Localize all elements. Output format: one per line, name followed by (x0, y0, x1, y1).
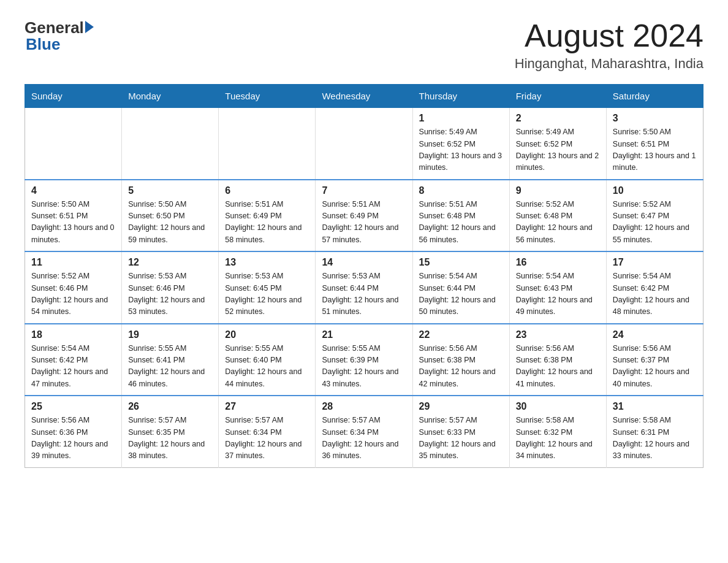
day-number: 3 (613, 113, 697, 124)
day-info: Sunrise: 5:52 AM Sunset: 6:48 PM Dayligh… (516, 199, 600, 247)
header-cell-friday: Friday (509, 85, 606, 108)
day-info: Sunrise: 5:49 AM Sunset: 6:52 PM Dayligh… (516, 126, 600, 174)
week-row-3: 11Sunrise: 5:52 AM Sunset: 6:46 PM Dayli… (25, 251, 703, 324)
day-info: Sunrise: 5:58 AM Sunset: 6:31 PM Dayligh… (613, 415, 697, 462)
day-info: Sunrise: 5:55 AM Sunset: 6:39 PM Dayligh… (322, 343, 406, 391)
day-info: Sunrise: 5:53 AM Sunset: 6:46 PM Dayligh… (128, 270, 212, 318)
day-number: 11 (31, 257, 115, 268)
day-number: 1 (419, 113, 503, 124)
day-number: 29 (419, 401, 503, 412)
day-number: 27 (225, 401, 309, 412)
day-info: Sunrise: 5:52 AM Sunset: 6:46 PM Dayligh… (31, 270, 115, 318)
day-info: Sunrise: 5:50 AM Sunset: 6:51 PM Dayligh… (31, 199, 115, 247)
day-number: 10 (613, 185, 697, 196)
day-cell: 30Sunrise: 5:58 AM Sunset: 6:32 PM Dayli… (509, 396, 606, 467)
day-number: 17 (613, 257, 697, 268)
day-cell: 31Sunrise: 5:58 AM Sunset: 6:31 PM Dayli… (606, 396, 703, 467)
day-number: 26 (128, 401, 212, 412)
day-cell (25, 108, 122, 180)
day-cell: 27Sunrise: 5:57 AM Sunset: 6:34 PM Dayli… (219, 396, 316, 467)
day-cell: 28Sunrise: 5:57 AM Sunset: 6:34 PM Dayli… (316, 396, 412, 467)
day-info: Sunrise: 5:49 AM Sunset: 6:52 PM Dayligh… (419, 126, 503, 174)
day-info: Sunrise: 5:53 AM Sunset: 6:45 PM Dayligh… (225, 270, 309, 318)
day-info: Sunrise: 5:58 AM Sunset: 6:32 PM Dayligh… (516, 415, 600, 462)
day-cell: 3Sunrise: 5:50 AM Sunset: 6:51 PM Daylig… (606, 108, 703, 180)
day-info: Sunrise: 5:57 AM Sunset: 6:35 PM Dayligh… (128, 415, 212, 462)
header-cell-wednesday: Wednesday (316, 85, 412, 108)
day-cell: 16Sunrise: 5:54 AM Sunset: 6:43 PM Dayli… (509, 251, 606, 324)
day-info: Sunrise: 5:56 AM Sunset: 6:38 PM Dayligh… (419, 343, 503, 391)
day-number: 5 (128, 185, 212, 196)
logo: General Blue (25, 18, 95, 54)
week-row-5: 25Sunrise: 5:56 AM Sunset: 6:36 PM Dayli… (25, 396, 703, 467)
calendar-header: SundayMondayTuesdayWednesdayThursdayFrid… (25, 85, 703, 108)
day-number: 14 (322, 257, 406, 268)
header-cell-sunday: Sunday (25, 85, 122, 108)
day-info: Sunrise: 5:56 AM Sunset: 6:38 PM Dayligh… (516, 343, 600, 391)
day-cell: 18Sunrise: 5:54 AM Sunset: 6:42 PM Dayli… (25, 324, 122, 396)
day-number: 13 (225, 257, 309, 268)
day-cell: 21Sunrise: 5:55 AM Sunset: 6:39 PM Dayli… (316, 324, 412, 396)
week-row-2: 4Sunrise: 5:50 AM Sunset: 6:51 PM Daylig… (25, 180, 703, 252)
day-cell: 8Sunrise: 5:51 AM Sunset: 6:48 PM Daylig… (412, 180, 509, 252)
day-cell: 6Sunrise: 5:51 AM Sunset: 6:49 PM Daylig… (219, 180, 316, 252)
header-row: SundayMondayTuesdayWednesdayThursdayFrid… (25, 85, 703, 108)
day-number: 19 (128, 329, 212, 340)
day-number: 30 (516, 401, 600, 412)
day-info: Sunrise: 5:52 AM Sunset: 6:47 PM Dayligh… (613, 199, 697, 247)
day-info: Sunrise: 5:54 AM Sunset: 6:42 PM Dayligh… (31, 343, 115, 391)
day-number: 2 (516, 113, 600, 124)
day-cell: 1Sunrise: 5:49 AM Sunset: 6:52 PM Daylig… (412, 108, 509, 180)
page-header: General Blue August 2024 Hinganghat, Mah… (25, 18, 703, 72)
day-cell: 24Sunrise: 5:56 AM Sunset: 6:37 PM Dayli… (606, 324, 703, 396)
day-cell: 17Sunrise: 5:54 AM Sunset: 6:42 PM Dayli… (606, 251, 703, 324)
day-cell: 7Sunrise: 5:51 AM Sunset: 6:49 PM Daylig… (316, 180, 412, 252)
header-cell-tuesday: Tuesday (219, 85, 316, 108)
day-number: 23 (516, 329, 600, 340)
logo-triangle-icon (85, 21, 94, 33)
day-cell: 15Sunrise: 5:54 AM Sunset: 6:44 PM Dayli… (412, 251, 509, 324)
day-info: Sunrise: 5:55 AM Sunset: 6:41 PM Dayligh… (128, 343, 212, 391)
day-info: Sunrise: 5:51 AM Sunset: 6:49 PM Dayligh… (322, 199, 406, 247)
day-number: 4 (31, 185, 115, 196)
day-cell: 25Sunrise: 5:56 AM Sunset: 6:36 PM Dayli… (25, 396, 122, 467)
day-number: 12 (128, 257, 212, 268)
calendar-body: 1Sunrise: 5:49 AM Sunset: 6:52 PM Daylig… (25, 108, 703, 468)
day-cell: 5Sunrise: 5:50 AM Sunset: 6:50 PM Daylig… (122, 180, 219, 252)
day-number: 8 (419, 185, 503, 196)
day-cell: 12Sunrise: 5:53 AM Sunset: 6:46 PM Dayli… (122, 251, 219, 324)
day-number: 20 (225, 329, 309, 340)
day-info: Sunrise: 5:57 AM Sunset: 6:33 PM Dayligh… (419, 415, 503, 462)
day-cell: 14Sunrise: 5:53 AM Sunset: 6:44 PM Dayli… (316, 251, 412, 324)
calendar-table: SundayMondayTuesdayWednesdayThursdayFrid… (25, 84, 703, 468)
header-cell-monday: Monday (122, 85, 219, 108)
calendar-title: August 2024 (515, 18, 703, 53)
day-number: 6 (225, 185, 309, 196)
day-number: 9 (516, 185, 600, 196)
day-number: 22 (419, 329, 503, 340)
header-cell-thursday: Thursday (412, 85, 509, 108)
day-cell: 23Sunrise: 5:56 AM Sunset: 6:38 PM Dayli… (509, 324, 606, 396)
day-number: 15 (419, 257, 503, 268)
calendar-title-block: August 2024 Hinganghat, Maharashtra, Ind… (515, 18, 703, 72)
day-info: Sunrise: 5:50 AM Sunset: 6:50 PM Dayligh… (128, 199, 212, 247)
day-cell: 20Sunrise: 5:55 AM Sunset: 6:40 PM Dayli… (219, 324, 316, 396)
day-number: 18 (31, 329, 115, 340)
day-info: Sunrise: 5:50 AM Sunset: 6:51 PM Dayligh… (613, 126, 697, 174)
week-row-1: 1Sunrise: 5:49 AM Sunset: 6:52 PM Daylig… (25, 108, 703, 180)
logo-blue: Blue (25, 35, 95, 54)
day-info: Sunrise: 5:56 AM Sunset: 6:37 PM Dayligh… (613, 343, 697, 391)
week-row-4: 18Sunrise: 5:54 AM Sunset: 6:42 PM Dayli… (25, 324, 703, 396)
day-cell: 2Sunrise: 5:49 AM Sunset: 6:52 PM Daylig… (509, 108, 606, 180)
day-info: Sunrise: 5:53 AM Sunset: 6:44 PM Dayligh… (322, 270, 406, 318)
calendar-subtitle: Hinganghat, Maharashtra, India (515, 56, 703, 72)
day-cell: 29Sunrise: 5:57 AM Sunset: 6:33 PM Dayli… (412, 396, 509, 467)
day-cell: 11Sunrise: 5:52 AM Sunset: 6:46 PM Dayli… (25, 251, 122, 324)
day-number: 7 (322, 185, 406, 196)
day-info: Sunrise: 5:51 AM Sunset: 6:48 PM Dayligh… (419, 199, 503, 247)
day-info: Sunrise: 5:55 AM Sunset: 6:40 PM Dayligh… (225, 343, 309, 391)
day-cell: 13Sunrise: 5:53 AM Sunset: 6:45 PM Dayli… (219, 251, 316, 324)
day-number: 24 (613, 329, 697, 340)
day-cell: 19Sunrise: 5:55 AM Sunset: 6:41 PM Dayli… (122, 324, 219, 396)
day-info: Sunrise: 5:57 AM Sunset: 6:34 PM Dayligh… (225, 415, 309, 462)
